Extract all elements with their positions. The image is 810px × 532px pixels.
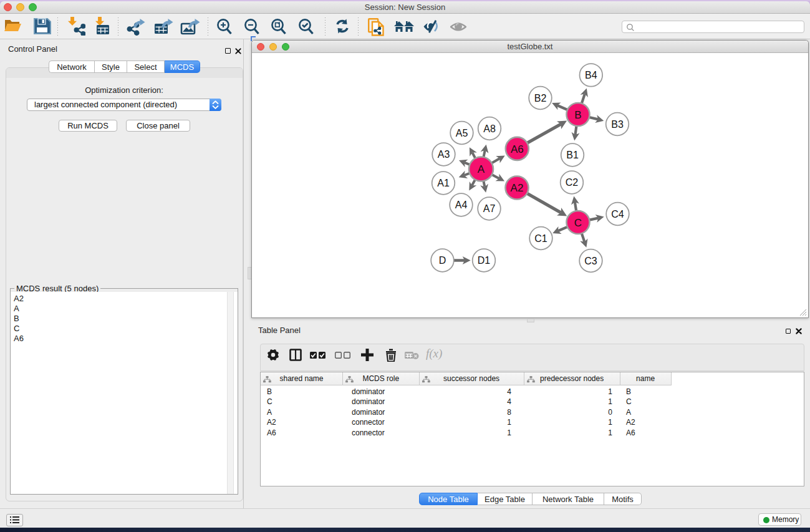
svg-text:A4: A4 (455, 200, 468, 210)
svg-text:A8: A8 (483, 123, 496, 134)
svg-text:C4: C4 (611, 209, 624, 220)
svg-text:D1: D1 (478, 255, 491, 266)
svg-text:A3: A3 (438, 149, 450, 160)
svg-text:A2: A2 (511, 182, 524, 194)
svg-text:C1: C1 (534, 233, 547, 244)
svg-text:A7: A7 (483, 203, 496, 214)
svg-text:C: C (574, 217, 582, 229)
svg-text:D: D (439, 255, 446, 266)
svg-text:B: B (574, 109, 581, 121)
svg-text:B1: B1 (566, 150, 579, 160)
svg-text:C2: C2 (566, 177, 579, 188)
svg-text:A: A (478, 163, 485, 175)
svg-text:B3: B3 (611, 119, 624, 130)
svg-text:A6: A6 (511, 143, 524, 155)
svg-text:C3: C3 (584, 256, 597, 266)
svg-text:B2: B2 (534, 93, 547, 104)
svg-text:B4: B4 (585, 70, 597, 80)
svg-text:A5: A5 (456, 128, 468, 138)
svg-text:A1: A1 (437, 178, 450, 188)
